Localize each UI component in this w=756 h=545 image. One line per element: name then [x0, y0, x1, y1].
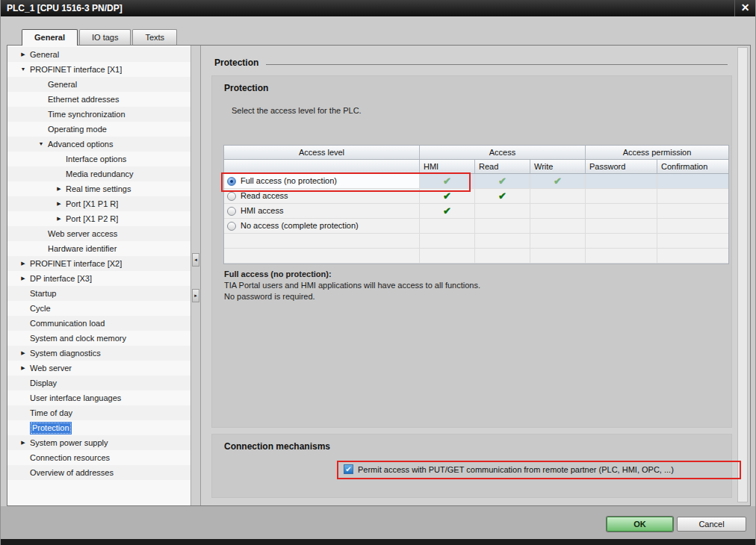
read-cell — [475, 219, 530, 233]
sidebar-item-operating-mode[interactable]: Operating mode — [7, 122, 190, 137]
access-level-radio[interactable] — [227, 177, 236, 186]
sidebar-item-label: User interface languages — [30, 390, 121, 405]
access-level-radio[interactable] — [227, 222, 236, 231]
chevron-right-icon[interactable]: ▶ — [19, 47, 27, 62]
access-level-radio[interactable] — [227, 192, 236, 201]
column-header-blank — [224, 160, 420, 173]
table-row-empty — [224, 249, 728, 264]
access-level-cell: Full access (no protection) — [224, 174, 420, 188]
ok-button[interactable]: OK — [607, 517, 673, 532]
chevron-right-icon[interactable]: ▶ — [19, 435, 27, 450]
access-level-cell: Read access — [224, 189, 420, 203]
table-group-header: Access level Access Access permission — [224, 146, 728, 160]
empty-cell — [420, 249, 475, 263]
sidebar-item-label: System and clock memory — [30, 331, 126, 346]
sidebar-item-hardware-identifier[interactable]: Hardware identifier — [7, 241, 190, 256]
read-cell — [475, 204, 530, 218]
tab-io-tags[interactable]: IO tags — [79, 29, 131, 45]
sidebar-item-profinet-interface-x1[interactable]: ▼PROFINET interface [X1] — [7, 62, 190, 77]
hmi-cell — [420, 219, 475, 233]
sidebar-item-port-x1-p1-r[interactable]: ▶Port [X1 P1 R] — [7, 196, 190, 211]
empty-cell — [586, 249, 657, 263]
chevron-down-icon[interactable]: ▼ — [19, 62, 27, 77]
sidebar-item-label: Port [X1 P2 R] — [66, 211, 118, 226]
sidebar-item-port-x1-p2-r[interactable]: ▶Port [X1 P2 R] — [7, 211, 190, 226]
sidebar-item-label: System power supply — [30, 435, 108, 450]
pane-splitter[interactable]: ◂ ▸ — [191, 46, 201, 505]
access-level-hint: Select the access level for the PLC. — [232, 106, 362, 115]
settings-panel: Protection Protection Select the access … — [201, 46, 750, 505]
sidebar-item-label: Communication load — [30, 316, 105, 331]
write-cell — [530, 189, 586, 203]
chevron-right-icon[interactable]: ▶ — [19, 346, 27, 361]
chevron-right-icon[interactable]: ▶ — [55, 196, 63, 211]
connection-mechanisms-title: Connection mechanisms — [224, 441, 330, 452]
sidebar-item-label: Operating mode — [48, 122, 107, 137]
sidebar-item-label: System diagnostics — [30, 346, 101, 361]
access-level-cell: HMI access — [224, 204, 420, 218]
sidebar-item-protection[interactable]: Protection — [7, 420, 190, 435]
sidebar-item-general[interactable]: ▶General — [7, 47, 190, 62]
chevron-right-icon[interactable]: ▶ — [19, 361, 27, 376]
chevron-right-icon[interactable]: ▶ — [19, 256, 27, 271]
sidebar-item-media-redundancy[interactable]: Media redundancy — [7, 166, 190, 181]
table-row-hmi-access[interactable]: HMI access✔ — [224, 204, 728, 219]
chevron-right-icon[interactable]: ▶ — [19, 271, 27, 286]
sidebar-item-label: General — [48, 77, 77, 92]
confirmation-cell — [657, 219, 728, 233]
sidebar-item-system-diagnostics[interactable]: ▶System diagnostics — [7, 346, 190, 361]
sidebar-item-label: Web server — [30, 361, 72, 376]
sidebar-item-ethernet-addresses[interactable]: Ethernet addresses — [7, 92, 190, 107]
sidebar-item-connection-resources[interactable]: Connection resources — [7, 450, 190, 465]
access-level-radio[interactable] — [227, 207, 236, 216]
table-row-no-access-complete-protection[interactable]: No access (complete protection) — [224, 219, 728, 234]
description-line: TIA Portal users and HMI applications wi… — [224, 280, 480, 291]
empty-cell — [530, 249, 586, 263]
sidebar-item-interface-options[interactable]: Interface options — [7, 152, 190, 166]
chevron-right-icon[interactable]: ▶ — [55, 211, 63, 226]
sidebar-item-system-and-clock-memory[interactable]: System and clock memory — [7, 331, 190, 346]
tab-texts[interactable]: Texts — [132, 29, 177, 45]
column-header-access-level: Access level — [224, 146, 420, 159]
chevron-right-icon[interactable]: ▶ — [55, 181, 63, 196]
check-icon: ✔ — [498, 175, 506, 187]
sidebar-item-time-synchronization[interactable]: Time synchronization — [7, 107, 190, 122]
putget-checkbox[interactable]: ✔ — [344, 464, 353, 474]
close-icon[interactable]: ✕ — [734, 0, 755, 16]
sidebar-item-communication-load[interactable]: Communication load — [7, 316, 190, 331]
table-row-full-access-no-protection[interactable]: Full access (no protection)✔✔✔ — [224, 174, 728, 189]
password-cell — [586, 204, 657, 218]
properties-dialog: PLC_1 [CPU 1516-3 PN/DP] ✕ GeneralIO tag… — [0, 0, 756, 545]
sidebar-item-web-server-access[interactable]: Web server access — [7, 226, 190, 241]
sidebar-item-profinet-interface-x2[interactable]: ▶PROFINET interface [X2] — [7, 256, 190, 271]
sidebar-item-real-time-settings[interactable]: ▶Real time settings — [7, 181, 190, 196]
sidebar-item-label: Web server access — [48, 226, 117, 241]
sidebar-item-label: Hardware identifier — [48, 241, 117, 256]
chevron-down-icon[interactable]: ▼ — [37, 137, 45, 152]
splitter-collapse-icon[interactable]: ◂ — [192, 253, 199, 267]
password-cell — [586, 189, 657, 203]
vertical-scrollbar[interactable] — [737, 47, 748, 502]
sidebar-item-advanced-options[interactable]: ▼Advanced options — [7, 137, 190, 152]
sidebar-item-cycle[interactable]: Cycle — [7, 301, 190, 316]
sidebar-item-web-server[interactable]: ▶Web server — [7, 361, 190, 376]
description-title: Full access (no protection): — [224, 269, 480, 280]
sidebar-item-dp-interface-x3[interactable]: ▶DP interface [X3] — [7, 271, 190, 286]
tab-strip: GeneralIO tagsTexts — [22, 29, 179, 46]
sidebar-item-overview-of-addresses[interactable]: Overview of addresses — [7, 465, 190, 480]
empty-cell — [475, 249, 530, 263]
sidebar-item-user-interface-languages[interactable]: User interface languages — [7, 390, 190, 405]
access-level-table: Access level Access Access permission HM… — [223, 145, 729, 264]
tab-general[interactable]: General — [22, 29, 78, 46]
table-row-read-access[interactable]: Read access✔✔ — [224, 189, 728, 204]
cancel-button[interactable]: Cancel — [677, 517, 746, 532]
sidebar-item-display[interactable]: Display — [7, 376, 190, 390]
sidebar-item-time-of-day[interactable]: Time of day — [7, 405, 190, 420]
access-level-label: Full access (no protection) — [241, 174, 337, 188]
sidebar-item-startup[interactable]: Startup — [7, 286, 190, 301]
sidebar-item-general[interactable]: General — [7, 77, 190, 92]
empty-cell — [224, 249, 420, 263]
sidebar-item-system-power-supply[interactable]: ▶System power supply — [7, 435, 190, 450]
splitter-expand-icon[interactable]: ▸ — [192, 289, 199, 302]
check-icon: ✔ — [554, 175, 562, 187]
